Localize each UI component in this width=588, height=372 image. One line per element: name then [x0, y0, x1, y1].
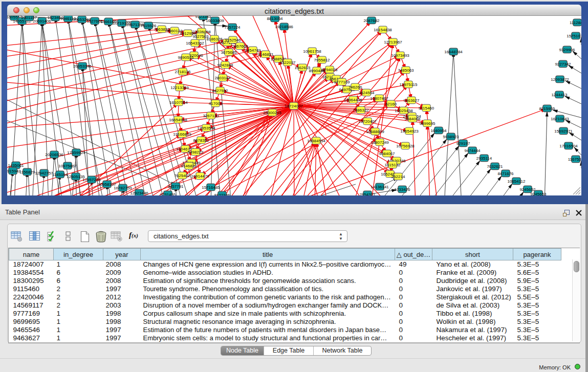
svg-text:7955812: 7955812	[314, 58, 330, 62]
svg-text:1435061: 1435061	[8, 163, 24, 168]
svg-text:8471676: 8471676	[497, 171, 514, 176]
svg-text:9146821: 9146821	[257, 52, 274, 57]
svg-text:1615132: 1615132	[384, 163, 401, 167]
svg-text:1733426: 1733426	[394, 187, 410, 192]
svg-text:25300215: 25300215	[263, 111, 281, 115]
svg-text:16648784: 16648784	[444, 50, 463, 54]
svg-text:9457791: 9457791	[167, 184, 184, 189]
svg-text:19654923: 19654923	[400, 129, 419, 134]
svg-text:19166829: 19166829	[173, 132, 191, 137]
svg-text:19384554: 19384554	[307, 139, 325, 143]
svg-text:16782759: 16782759	[114, 186, 132, 190]
svg-text:15692971: 15692971	[554, 129, 573, 134]
svg-text:17957255: 17957255	[82, 178, 101, 182]
svg-text:6794028: 6794028	[321, 68, 338, 72]
svg-text:16107554: 16107554	[169, 100, 188, 105]
svg-text:16210643: 16210643	[551, 117, 569, 121]
svg-text:9777169: 9777169	[334, 80, 350, 84]
svg-text:9231455: 9231455	[160, 192, 176, 195]
svg-text:16543362: 16543362	[186, 41, 204, 46]
svg-text:62160: 62160	[385, 102, 397, 106]
svg-text:10975867: 10975867	[58, 164, 77, 168]
svg-text:20053346: 20053346	[73, 64, 92, 69]
svg-text:5322037: 5322037	[279, 60, 296, 65]
svg-text:7654321: 7654321	[359, 192, 376, 195]
svg-text:9084068: 9084068	[404, 117, 421, 121]
svg-text:12213369: 12213369	[170, 85, 189, 90]
svg-text:14136141: 14136141	[371, 185, 389, 189]
svg-text:9227342: 9227342	[555, 62, 571, 67]
svg-text:9084067: 9084067	[379, 151, 395, 156]
svg-text:8122346: 8122346	[214, 193, 230, 195]
svg-text:19218586: 19218586	[275, 25, 293, 29]
svg-text:15716485: 15716485	[202, 185, 220, 190]
svg-text:1562615: 1562615	[294, 65, 311, 70]
svg-text:10961758: 10961758	[303, 49, 321, 54]
svg-text:1112843: 1112843	[570, 20, 581, 25]
svg-text:929197: 929197	[456, 141, 470, 146]
svg-text:7386322: 7386322	[353, 108, 369, 113]
svg-text:8427552: 8427552	[212, 89, 228, 93]
svg-text:17016504: 17016504	[559, 144, 578, 148]
svg-text:8813054: 8813054	[267, 16, 283, 21]
svg-text:5498222: 5498222	[187, 150, 204, 155]
svg-text:16914479: 16914479	[191, 174, 209, 179]
svg-text:746266: 746266	[349, 85, 362, 90]
svg-text:9245653: 9245653	[530, 192, 547, 195]
svg-text:10025458: 10025458	[395, 108, 413, 113]
svg-text:10807467: 10807467	[370, 96, 388, 101]
svg-text:15720407: 15720407	[358, 119, 377, 124]
svg-text:2803144: 2803144	[214, 76, 231, 80]
svg-text:7625402: 7625402	[174, 173, 190, 178]
svg-text:8678352: 8678352	[193, 138, 209, 143]
svg-text:9115460: 9115460	[419, 106, 434, 111]
svg-text:9329906: 9329906	[559, 48, 575, 52]
svg-text:18724007: 18724007	[285, 104, 303, 108]
svg-text:18807249: 18807249	[371, 140, 389, 145]
svg-text:9463627: 9463627	[403, 98, 420, 103]
svg-text:10688609: 10688609	[366, 129, 384, 134]
svg-text:16033809: 16033809	[206, 18, 224, 23]
svg-text:16654948: 16654948	[169, 118, 187, 122]
svg-text:2935114: 2935114	[476, 156, 492, 161]
svg-text:12923446: 12923446	[130, 191, 148, 195]
svg-text:12942757: 12942757	[35, 171, 53, 176]
svg-text:3675685: 3675685	[221, 50, 237, 55]
svg-text:9899695: 9899695	[419, 121, 435, 126]
svg-text:9152546: 9152546	[225, 38, 241, 42]
svg-text:2718126: 2718126	[175, 70, 191, 74]
svg-text:15751074: 15751074	[567, 34, 581, 38]
svg-text:12353594: 12353594	[197, 126, 215, 130]
svg-text:3624554: 3624554	[358, 91, 375, 95]
svg-text:16154838: 16154838	[374, 28, 392, 32]
svg-text:9242848: 9242848	[217, 63, 233, 68]
svg-text:7357224: 7357224	[224, 25, 241, 30]
svg-text:9146822: 9146822	[181, 164, 197, 168]
svg-text:1640954: 1640954	[430, 128, 447, 133]
svg-text:2087682: 2087682	[363, 18, 380, 23]
svg-text:12093872: 12093872	[551, 77, 569, 82]
svg-text:12975115: 12975115	[400, 82, 418, 87]
svg-text:9474444: 9474444	[464, 148, 481, 153]
svg-text:9890516: 9890516	[178, 55, 194, 60]
svg-text:7485063: 7485063	[398, 68, 414, 73]
svg-text:252214: 252214	[391, 174, 405, 179]
svg-text:1244413: 1244413	[551, 93, 568, 97]
svg-text:17359924: 17359924	[67, 150, 85, 155]
svg-text:10756928: 10756928	[396, 144, 415, 148]
svg-text:20206536: 20206536	[45, 152, 63, 157]
svg-text:417004: 417004	[209, 101, 223, 106]
svg-text:12213967: 12213967	[384, 40, 402, 45]
svg-text:9245652: 9245652	[519, 187, 536, 192]
svg-text:20364436: 20364436	[344, 98, 362, 102]
svg-text:1156829: 1156829	[19, 170, 35, 174]
svg-text:1167533: 1167533	[568, 157, 581, 162]
svg-text:5938923: 5938923	[443, 135, 459, 139]
svg-text:3267130: 3267130	[203, 114, 219, 118]
svg-text:1145194: 1145194	[52, 172, 68, 177]
svg-text:10654112: 10654112	[508, 179, 526, 184]
svg-text:7632621: 7632621	[487, 164, 503, 169]
svg-text:8215955: 8215955	[539, 106, 555, 111]
svg-text:10973493: 10973493	[391, 53, 409, 58]
